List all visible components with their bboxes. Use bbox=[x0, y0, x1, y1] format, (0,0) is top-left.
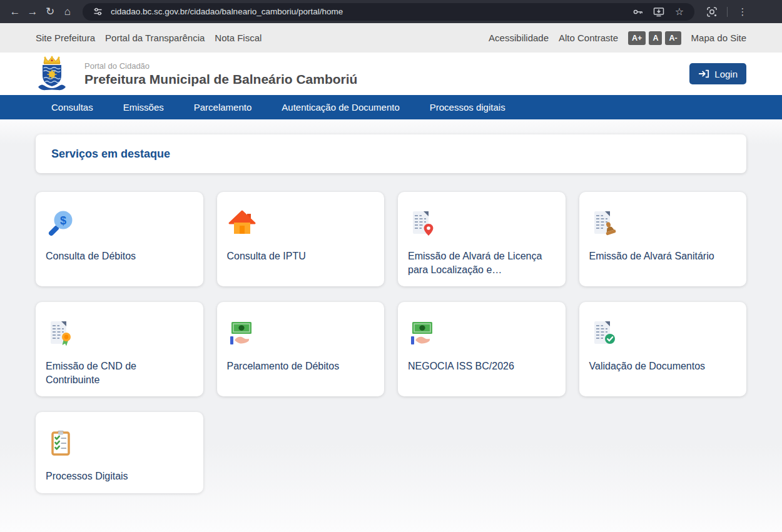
money-hand-icon bbox=[227, 318, 257, 348]
login-button[interactable]: Login bbox=[689, 63, 746, 84]
back-icon[interactable]: ← bbox=[6, 3, 24, 21]
service-card-processos-digitais[interactable]: Processos Digitais bbox=[36, 412, 203, 493]
service-label: Consulta de Débitos bbox=[46, 249, 180, 263]
svg-text:$: $ bbox=[60, 214, 66, 227]
document-stamp-icon bbox=[589, 208, 619, 238]
utility-bar: Site Prefeitura Portal da Transparência … bbox=[0, 23, 782, 53]
reload-icon[interactable]: ↻ bbox=[41, 3, 59, 21]
site-settings-icon[interactable] bbox=[90, 4, 105, 19]
services-grid: $ Consulta de Débitos Consulta de IPTU bbox=[36, 192, 746, 493]
passwords-key-icon[interactable] bbox=[631, 4, 646, 19]
address-bar[interactable]: cidadao.bc.sc.gov.br/cidadao/balneario_c… bbox=[83, 3, 694, 21]
lens-icon[interactable] bbox=[703, 3, 721, 21]
url-text[interactable]: cidadao.bc.sc.gov.br/cidadao/balneario_c… bbox=[111, 7, 625, 16]
forward-icon[interactable]: → bbox=[24, 3, 41, 21]
link-nota-fiscal[interactable]: Nota Fiscal bbox=[215, 33, 262, 43]
site-header: Portal do Cidadão Prefeitura Municipal d… bbox=[0, 53, 782, 95]
house-icon bbox=[227, 208, 257, 238]
service-card-alvara-sanitario[interactable]: Emissão de Alvará Sanitário bbox=[579, 192, 747, 286]
service-card-parcelamento-debitos[interactable]: Parcelamento de Débitos bbox=[217, 302, 385, 396]
service-card-consulta-iptu[interactable]: Consulta de IPTU bbox=[217, 192, 385, 286]
chrome-right-controls: ⋮ bbox=[703, 3, 751, 21]
header-text-block: Portal do Cidadão Prefeitura Municipal d… bbox=[84, 61, 357, 87]
portal-label: Portal do Cidadão bbox=[84, 61, 357, 71]
font-size-controls: A+ A A- bbox=[628, 31, 681, 45]
link-portal-transparencia[interactable]: Portal da Transparência bbox=[105, 33, 205, 43]
service-card-cnd-contribuinte[interactable]: Emissão de CND de Contribuinte bbox=[36, 302, 203, 396]
service-label: NEGOCIA ISS BC/2026 bbox=[408, 359, 542, 373]
font-decrease-button[interactable]: A- bbox=[665, 31, 681, 45]
page-title: Prefeitura Municipal de Balneário Cambor… bbox=[84, 72, 357, 87]
service-card-negocia-iss[interactable]: NEGOCIA ISS BC/2026 bbox=[398, 302, 566, 396]
service-label: Parcelamento de Débitos bbox=[227, 359, 362, 373]
service-label: Processos Digitais bbox=[46, 469, 180, 483]
login-label: Login bbox=[714, 69, 738, 79]
section-title: Serviços em destaque bbox=[51, 148, 170, 161]
document-location-icon bbox=[408, 208, 438, 238]
nav-item-processos-digitais[interactable]: Processos digitais bbox=[430, 102, 505, 113]
service-label: Emissão de Alvará Sanitário bbox=[589, 249, 724, 263]
link-alto-contraste[interactable]: Alto Contraste bbox=[559, 33, 618, 43]
service-card-alvara-licenca[interactable]: Emissão de Alvará de Licença para Locali… bbox=[398, 192, 566, 286]
service-label: Emissão de Alvará de Licença para Locali… bbox=[408, 249, 542, 276]
link-mapa-do-site[interactable]: Mapa do Site bbox=[691, 33, 746, 43]
document-ribbon-icon bbox=[46, 318, 76, 348]
service-label: Emissão de CND de Contribuinte bbox=[46, 359, 180, 386]
featured-services-header: Serviços em destaque bbox=[36, 134, 746, 173]
document-check-icon bbox=[589, 318, 619, 348]
page-content: Serviços em destaque $ Consulta de Débit… bbox=[0, 119, 782, 532]
toolbar-divider bbox=[727, 7, 728, 17]
service-label: Consulta de IPTU bbox=[227, 249, 362, 263]
link-site-prefeitura[interactable]: Site Prefeitura bbox=[36, 33, 95, 43]
nav-item-autenticacao-documento[interactable]: Autenticação de Documento bbox=[282, 102, 399, 113]
nav-item-emissoes[interactable]: Emissões bbox=[123, 102, 164, 113]
service-card-validacao-documentos[interactable]: Validação de Documentos bbox=[579, 302, 747, 396]
utility-links-right: Acessibilidade Alto Contraste A+ A A- Ma… bbox=[489, 31, 746, 45]
browser-chrome: ← → ↻ ⌂ cidadao.bc.sc.gov.br/cidadao/bal… bbox=[0, 0, 782, 23]
clipboard-checklist-icon bbox=[46, 428, 76, 458]
city-coat-of-arms-logo bbox=[36, 56, 68, 92]
nav-item-consultas[interactable]: Consultas bbox=[51, 102, 93, 113]
nav-item-parcelamento[interactable]: Parcelamento bbox=[194, 102, 252, 113]
home-icon[interactable]: ⌂ bbox=[59, 3, 76, 21]
main-nav: Consultas Emissões Parcelamento Autentic… bbox=[0, 95, 782, 119]
service-label: Validação de Documentos bbox=[589, 359, 724, 373]
menu-dots-icon[interactable]: ⋮ bbox=[734, 3, 751, 21]
search-money-icon: $ bbox=[46, 208, 76, 238]
link-acessibilidade[interactable]: Acessibilidade bbox=[489, 33, 549, 43]
money-hand-icon bbox=[408, 318, 438, 348]
login-arrow-icon bbox=[698, 69, 709, 79]
font-normal-button[interactable]: A bbox=[649, 31, 662, 45]
bookmark-star-icon[interactable]: ☆ bbox=[672, 4, 687, 19]
service-card-consulta-debitos[interactable]: $ Consulta de Débitos bbox=[36, 192, 203, 286]
utility-links-left: Site Prefeitura Portal da Transparência … bbox=[36, 33, 262, 43]
install-icon[interactable] bbox=[651, 4, 666, 19]
font-increase-button[interactable]: A+ bbox=[628, 31, 646, 45]
